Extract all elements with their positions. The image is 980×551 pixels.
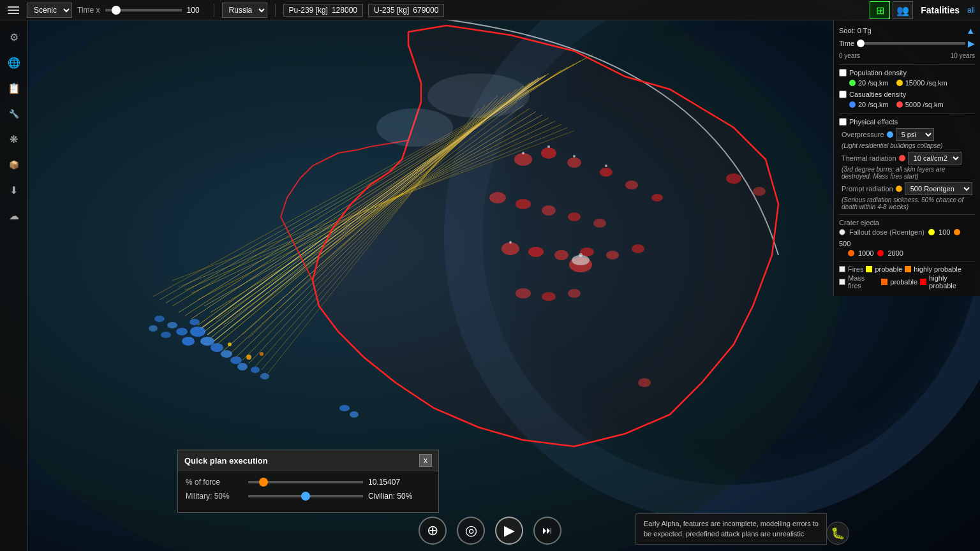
svg-point-53 — [339, 405, 350, 411]
svg-point-67 — [753, 187, 766, 196]
target-button[interactable]: ◎ — [457, 517, 485, 545]
time-label-rp: Time — [839, 40, 854, 47]
overpressure-label: Overpressure — [842, 131, 884, 138]
svg-point-57 — [567, 158, 581, 168]
sidebar-btn-cloud[interactable]: ☁ — [3, 204, 26, 227]
physical-effects-checkbox[interactable] — [839, 118, 847, 126]
svg-point-81 — [547, 145, 550, 148]
people-button[interactable]: 👥 — [893, 1, 913, 19]
svg-point-42 — [176, 328, 188, 335]
fires-sq-probable — [866, 266, 872, 272]
quick-plan-body: % of force 10.15407 Military: 50% Civili… — [178, 471, 438, 512]
fires-sq-white — [839, 266, 845, 272]
quick-plan-close-button[interactable]: x — [419, 454, 432, 467]
soot-arrow[interactable]: ▲ — [966, 26, 975, 36]
military-slider[interactable] — [248, 495, 363, 497]
prompt-select[interactable]: 500 Roentgen 200 Roentgen 1000 Roentgen — [905, 182, 972, 195]
thermal-select[interactable]: 10 cal/cm2 5 cal/cm2 20 cal/cm2 — [908, 152, 961, 165]
svg-point-49 — [149, 325, 158, 332]
svg-point-63 — [542, 205, 556, 216]
svg-point-50 — [161, 332, 171, 338]
pop-20-item: 20 /sq.km — [849, 79, 889, 87]
svg-point-48 — [154, 316, 165, 322]
fires-highly-probable: highly probable — [914, 265, 961, 273]
svg-point-39 — [221, 350, 232, 358]
mass-sq-highly — [920, 279, 926, 285]
sidebar-btn-layers[interactable]: 📋 — [3, 77, 26, 99]
cas-5000-label: 5000 /sq.km — [905, 101, 944, 108]
u235-value: 679000 — [413, 6, 438, 15]
mass-fires-label: Mass fires — [848, 274, 879, 290]
overpressure-color — [887, 131, 893, 138]
time-range-slider[interactable] — [857, 42, 965, 45]
cas-20-item: 20 /sq.km — [849, 101, 889, 108]
svg-point-37 — [200, 337, 214, 346]
sidebar-btn-globe[interactable]: 🌐 — [3, 51, 26, 74]
u235-box: U-235 [kg] 679000 — [368, 4, 444, 17]
fatalities-label: Fatalities — [921, 5, 960, 15]
cas-density-checkbox[interactable] — [839, 91, 847, 98]
svg-point-61 — [489, 192, 506, 203]
svg-point-77 — [542, 292, 556, 301]
calculator-icon: ⊞ — [876, 4, 884, 17]
cas-5000-item: 5000 /sq.km — [896, 101, 944, 108]
svg-point-59 — [625, 180, 638, 189]
prompt-color — [896, 186, 902, 192]
fires-probable: probable — [875, 265, 902, 273]
physical-effects-row: Physical effects — [839, 118, 975, 126]
svg-point-65 — [593, 219, 606, 228]
force-slider[interactable] — [248, 481, 363, 483]
play-button[interactable]: ▶ — [495, 517, 523, 545]
svg-point-83 — [605, 165, 607, 167]
svg-point-68 — [501, 242, 519, 255]
pop-15000-item: 15000 /sq.km — [896, 79, 947, 87]
svg-point-36 — [182, 337, 195, 346]
svg-point-78 — [568, 289, 581, 298]
time-start: 0 years — [839, 52, 860, 59]
fallout-label: Fallout dose (Roentgen) — [849, 228, 924, 236]
thermal-color — [899, 155, 905, 161]
time-slider[interactable] — [105, 9, 182, 11]
time-arrow-play[interactable]: ▶ — [968, 38, 975, 48]
svg-point-45 — [246, 355, 251, 360]
prompt-label: Prompt radiation — [842, 185, 893, 193]
thermal-note: (3rd degree burns: all skin layers are d… — [842, 166, 975, 180]
fallout-dot-white — [839, 229, 845, 235]
alpha-notice: Early Alpha, features are incomplete, mo… — [635, 513, 827, 545]
svg-point-52 — [260, 373, 269, 379]
fires-label: Fires — [848, 265, 863, 273]
menu-button[interactable] — [5, 4, 22, 17]
sidebar-btn-effects[interactable]: ❋ — [3, 128, 26, 151]
mass-fires-row: Mass fires probable highly probable — [839, 274, 975, 290]
pop-density-checkbox[interactable] — [839, 69, 847, 77]
sidebar-btn-tools[interactable]: 🔧 — [3, 102, 26, 125]
calculator-button[interactable]: ⊞ — [870, 1, 890, 19]
svg-point-86 — [376, 108, 453, 147]
bug-icon-button[interactable]: 🐛 — [826, 522, 849, 545]
force-value: 10.15407 — [368, 478, 406, 487]
svg-point-79 — [638, 378, 651, 387]
pop-density-row: Population density — [839, 69, 975, 77]
cas-density-label: Casualties density — [849, 91, 906, 98]
crater-row-2: 1000 2000 — [848, 249, 975, 257]
crosshair-button[interactable]: ⊕ — [419, 517, 447, 545]
overpressure-select[interactable]: 5 psi 3 psi 10 psi — [896, 128, 934, 141]
svg-point-44 — [189, 319, 200, 325]
fallout-2000: 2000 — [887, 249, 903, 257]
time-label: Time x — [77, 6, 100, 15]
fallout-dot-500 — [954, 229, 960, 235]
sidebar-btn-download[interactable]: ⬇ — [3, 179, 26, 202]
sidebar-btn-settings[interactable]: ⚙ — [3, 26, 26, 48]
country-select[interactable]: Russia — [222, 3, 267, 18]
scenario-select[interactable]: Scenic — [27, 3, 72, 18]
fires-sq-highly — [905, 266, 911, 272]
svg-point-70 — [554, 250, 568, 260]
fires-row: Fires probable highly probable — [839, 265, 975, 273]
military-civilian-row: Military: 50% Civilian: 50% — [186, 492, 431, 501]
sidebar-btn-assets[interactable]: 📦 — [3, 153, 26, 176]
next-button[interactable]: ⏭ — [533, 517, 561, 545]
all-link[interactable]: all — [967, 6, 975, 15]
cas-20-label: 20 /sq.km — [858, 101, 889, 108]
fallout-dot-100 — [928, 229, 935, 235]
civilian-label: Civilian: 50% — [368, 492, 412, 501]
